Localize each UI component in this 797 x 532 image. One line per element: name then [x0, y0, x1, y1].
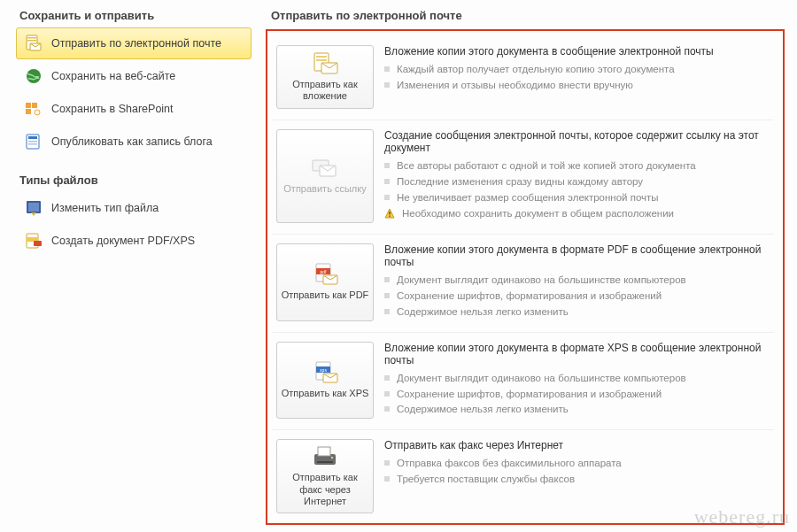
option-bullet: Документ выглядит одинаково на большинст…	[384, 372, 770, 385]
bullet-square-icon	[384, 277, 390, 282]
bullet-square-icon	[384, 406, 390, 412]
option-description: Вложение копии этого документа в формате…	[384, 342, 770, 420]
sidebar-group-title: Типы файлов	[19, 173, 257, 187]
change-filetype-icon	[25, 199, 43, 217]
sidebar-item-blog[interactable]: Опубликовать как запись блога	[16, 126, 251, 158]
sidebar-item-label: Создать документ PDF/XPS	[51, 235, 195, 247]
options-frame: Отправить как вложение Вложение копии эт…	[266, 29, 785, 525]
sidebar-group-title: Сохранить и отправить	[19, 9, 257, 22]
svg-rect-5	[26, 103, 31, 108]
svg-rect-2	[27, 40, 36, 42]
option-bullet: Требуется поставщик службы факсов	[384, 473, 770, 486]
bullet-square-icon	[384, 82, 390, 88]
send-as-xps-button[interactable]: xps Отправить как XPS	[276, 342, 374, 420]
option-description: Вложение копии этого документа в формате…	[384, 243, 770, 321]
send-as-pdf-button[interactable]: pdf Отправить как PDF	[276, 243, 374, 321]
svg-rect-14	[28, 203, 39, 212]
option-bullet: Документ выглядит одинаково на большинст…	[384, 274, 770, 287]
bullet-square-icon	[384, 195, 390, 200]
option-bullet: Изменения и отзывы необходимо внести вру…	[384, 79, 770, 92]
warning-icon	[384, 208, 395, 219]
main-panel: Отправить по электронной почте Отправить…	[257, 0, 797, 532]
option-row-pdf: pdf Отправить как PDF Вложение копии это…	[273, 235, 774, 333]
svg-rect-1	[27, 37, 36, 39]
sidebar-item-label: Отправить по электронной почте	[51, 37, 221, 50]
globe-icon	[25, 67, 43, 85]
option-bullets: Все авторы работают с одной и той же коп…	[384, 159, 770, 220]
main-title: Отправить по электронной почте	[271, 9, 785, 22]
option-description: Вложение копии этого документа в сообщен…	[384, 45, 770, 109]
svg-point-37	[331, 457, 333, 459]
option-description: Отправить как факс через Интернет Отправ…	[384, 439, 770, 513]
bullet-square-icon	[384, 179, 390, 184]
sidebar-group-filetypes: Типы файлов Изменить тип файла Создать д…	[16, 173, 257, 257]
option-row-attachment: Отправить как вложение Вложение копии эт…	[273, 36, 774, 120]
sidebar-item-label: Сохранить в SharePoint	[51, 103, 174, 115]
option-headline: Вложение копии этого документа в формате…	[384, 342, 770, 366]
option-headline: Создание сообщения электронной почты, ко…	[384, 129, 770, 154]
option-headline: Вложение копии этого документа в формате…	[384, 243, 770, 268]
option-bullets: Каждый автор получает отдельную копию эт…	[384, 63, 770, 92]
option-button-label: Отправить как факс через Интернет	[281, 472, 369, 507]
option-bullets: Документ выглядит одинаково на большинст…	[384, 372, 770, 417]
svg-rect-11	[28, 141, 37, 143]
option-description: Создание сообщения электронной почты, ко…	[384, 129, 770, 223]
option-row-fax: Отправить как факс через Интернет Отправ…	[273, 430, 774, 524]
bullet-square-icon	[384, 66, 390, 72]
svg-point-8	[35, 110, 40, 115]
sidebar-item-change-filetype[interactable]: Изменить тип файла	[16, 192, 251, 224]
mail-page-icon	[25, 35, 43, 52]
svg-rect-6	[32, 103, 37, 108]
option-bullet: Каждый автор получает отдельную копию эт…	[384, 63, 770, 76]
sidebar-item-save-web[interactable]: Сохранить на веб-сайте	[16, 60, 251, 92]
sharepoint-icon	[25, 100, 43, 118]
svg-rect-25	[389, 215, 390, 216]
svg-rect-10	[28, 136, 37, 139]
option-bullet: Не увеличивает размер сообщения электрон…	[384, 191, 770, 204]
option-bullet: Последние изменения сразу видны каждому …	[384, 175, 770, 189]
option-bullet: Сохранение шрифтов, форматирования и изо…	[384, 388, 770, 401]
send-as-fax-button[interactable]: Отправить как факс через Интернет	[276, 439, 374, 513]
option-bullet: Сохранение шрифтов, форматирования и изо…	[384, 289, 770, 303]
bullet-square-icon	[384, 476, 390, 482]
svg-rect-20	[316, 59, 327, 61]
svg-rect-17	[34, 241, 42, 246]
option-bullets: Документ выглядит одинаково на большинст…	[384, 274, 770, 319]
send-as-attachment-button[interactable]: Отправить как вложение	[276, 45, 374, 109]
option-bullet: Содержимое нельзя легко изменить	[384, 305, 770, 319]
option-bullet-warning: Необходимо сохранить документ в общем ра…	[384, 207, 770, 220]
svg-text:pdf: pdf	[321, 269, 328, 274]
svg-rect-19	[316, 56, 327, 58]
option-headline: Вложение копии этого документа в сообщен…	[384, 45, 770, 58]
sidebar-group-send: Сохранить и отправить Отправить по элект…	[16, 9, 257, 158]
fax-icon	[311, 445, 339, 468]
sidebar-item-create-pdf-xps[interactable]: Создать документ PDF/XPS	[16, 225, 251, 257]
bullet-square-icon	[384, 460, 390, 466]
sidebar-item-label: Изменить тип файла	[51, 202, 159, 214]
svg-rect-24	[389, 212, 390, 215]
sidebar-item-sharepoint[interactable]: Сохранить в SharePoint	[16, 93, 251, 125]
bullet-square-icon	[384, 293, 390, 298]
option-button-label: Отправить как XPS	[282, 388, 369, 399]
option-headline: Отправить как факс через Интернет	[384, 439, 770, 451]
option-bullet: Все авторы работают с одной и той же коп…	[384, 159, 770, 173]
send-link-icon	[311, 157, 339, 180]
pdf-icon: pdf	[311, 263, 339, 286]
svg-rect-7	[26, 109, 31, 114]
pdf-xps-icon	[25, 232, 43, 250]
option-button-label: Отправить как PDF	[282, 289, 369, 301]
blog-icon	[25, 133, 43, 150]
option-button-label: Отправить ссылку	[283, 183, 366, 195]
svg-rect-35	[318, 447, 330, 456]
bullet-square-icon	[384, 391, 390, 397]
bullet-square-icon	[384, 375, 390, 381]
option-bullets: Отправка факсов без факсимильного аппара…	[384, 457, 770, 486]
option-row-xps: xps Отправить как XPS Вложение копии это…	[273, 333, 774, 431]
svg-rect-12	[28, 143, 37, 145]
sidebar-item-send-email[interactable]: Отправить по электронной почте	[16, 27, 251, 59]
send-link-button: Отправить ссылку	[276, 129, 374, 223]
bullet-square-icon	[384, 163, 390, 168]
svg-rect-36	[317, 461, 333, 463]
bullet-square-icon	[384, 309, 390, 314]
sidebar: Сохранить и отправить Отправить по элект…	[0, 0, 257, 532]
